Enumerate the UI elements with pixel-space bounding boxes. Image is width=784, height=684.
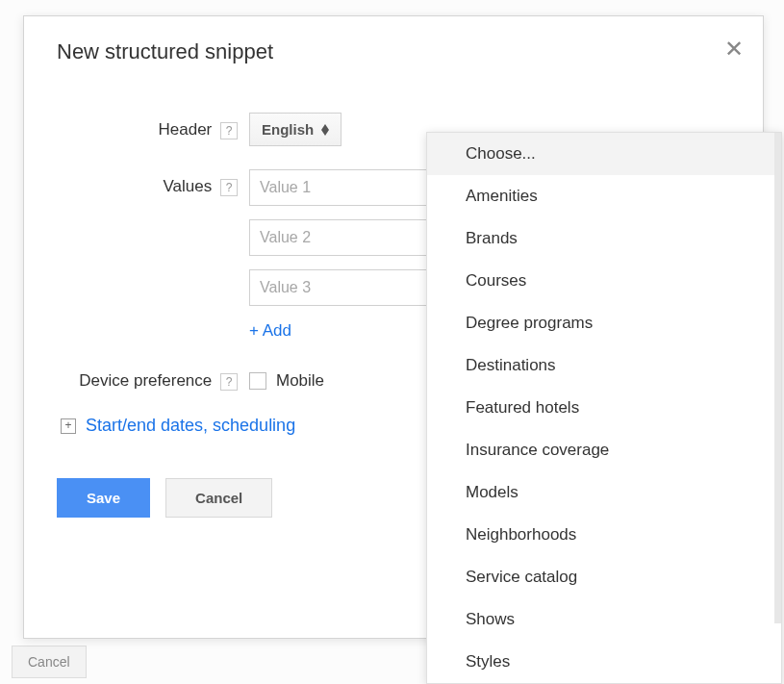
mobile-label: Mobile [276,371,324,391]
help-icon[interactable]: ? [220,179,238,196]
language-selected-label: English [262,121,314,138]
modal-title: New structured snippet [57,39,730,64]
values-label-wrap: Values ? [57,169,249,196]
value-input-3[interactable] [249,269,451,306]
modal-dialog: New structured snippet ✕ Header ? Englis… [23,15,764,639]
value-input-2[interactable] [249,219,451,256]
help-icon[interactable]: ? [220,373,238,391]
mobile-checkbox[interactable] [249,372,266,390]
dropdown-item-neighborhoods[interactable]: Neighborhoods [427,514,781,556]
dropdown-item-shows[interactable]: Shows [427,598,781,641]
header-label: Header [159,120,213,139]
dropdown-item-degree-programs[interactable]: Degree programs [427,302,781,344]
dropdown-item-courses[interactable]: Courses [427,260,781,302]
add-value-link[interactable]: + Add [249,321,451,341]
dropdown-scrollbar[interactable] [774,133,781,623]
device-pref-label: Device preference [79,371,212,390]
values-control: + Add [249,169,451,341]
header-label-wrap: Header ? [57,113,249,139]
dropdown-item-models[interactable]: Models [427,471,781,514]
backdrop-cancel-button[interactable]: Cancel [12,646,87,678]
scheduling-expand-label: Start/end dates, scheduling [86,416,295,436]
dropdown-item-brands[interactable]: Brands [427,217,781,260]
value-input-1[interactable] [249,169,451,206]
dropdown-item-featured-hotels[interactable]: Featured hotels [427,387,781,429]
dropdown-item-destinations[interactable]: Destinations [427,344,781,387]
save-button[interactable]: Save [57,478,150,518]
dropdown-item-choose[interactable]: Choose... [427,133,781,175]
dropdown-item-styles[interactable]: Styles [427,641,781,683]
dropdown-item-service-catalog[interactable]: Service catalog [427,556,781,598]
header-type-dropdown: Choose... Amenities Brands Courses Degre… [426,132,782,684]
device-pref-control: Mobile [249,364,324,391]
dropdown-item-amenities[interactable]: Amenities [427,175,781,217]
expand-plus-icon: + [61,418,76,434]
language-select[interactable]: English [249,113,341,146]
svg-marker-1 [321,130,329,136]
device-pref-label-wrap: Device preference ? [57,364,249,391]
values-label: Values [164,177,213,195]
dropdown-item-insurance-coverage[interactable]: Insurance coverage [427,429,781,471]
help-icon[interactable]: ? [220,122,238,139]
cancel-button[interactable]: Cancel [165,478,272,518]
sort-arrows-icon [321,124,329,136]
header-control: English [249,113,341,146]
close-icon[interactable]: ✕ [724,36,744,63]
